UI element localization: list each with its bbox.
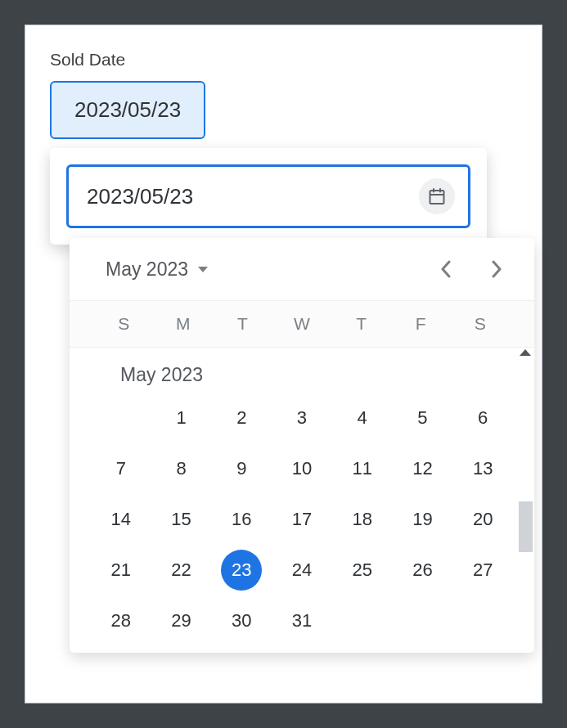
chevron-right-icon — [491, 260, 502, 278]
date-input[interactable]: 2023/05/23 — [66, 164, 470, 228]
weekday-label: W — [272, 314, 332, 334]
day-cell[interactable]: 26 — [393, 546, 453, 594]
day-cell[interactable]: 13 — [452, 445, 513, 492]
day-cell[interactable]: 10 — [272, 445, 332, 492]
chevron-down-icon — [198, 267, 208, 272]
month-year-selector[interactable]: May 2023 — [106, 258, 208, 281]
day-selected: 23 — [221, 550, 262, 591]
scrollbar[interactable] — [518, 348, 533, 653]
day-cell[interactable]: 5 — [393, 394, 453, 442]
calendar-popup: May 2023 SMTWTFS May 2023 1234567891 — [70, 238, 534, 653]
weekday-label: T — [331, 314, 391, 334]
weekday-label: M — [154, 314, 214, 334]
scroll-thumb[interactable] — [519, 501, 533, 552]
day-cell[interactable]: 11 — [332, 445, 393, 492]
date-input-value: 2023/05/23 — [87, 184, 193, 209]
day-cell[interactable]: 8 — [151, 445, 212, 492]
calendar-body: May 2023 1234567891011121314151617181920… — [70, 348, 534, 653]
day-cell[interactable]: 27 — [452, 546, 513, 594]
weekday-label: T — [213, 314, 272, 334]
day-cell-empty — [393, 597, 453, 645]
day-cell[interactable]: 30 — [211, 597, 272, 645]
month-year-label: May 2023 — [106, 258, 188, 281]
day-cell[interactable]: 31 — [272, 597, 332, 645]
day-cell[interactable]: 22 — [151, 546, 212, 594]
day-cell[interactable]: 23 — [211, 546, 272, 594]
day-grid: 1234567891011121314151617181920212223242… — [91, 394, 513, 645]
date-chip[interactable]: 2023/05/23 — [50, 81, 205, 139]
day-cell[interactable]: 7 — [91, 445, 151, 492]
day-cell-empty — [91, 394, 151, 442]
calendar-header: May 2023 — [70, 238, 534, 300]
scroll-up-arrow-icon[interactable] — [520, 349, 531, 356]
calendar-icon — [427, 186, 447, 206]
weekday-label: S — [450, 314, 510, 334]
weekday-label: S — [94, 314, 154, 334]
day-cell[interactable]: 4 — [332, 394, 393, 442]
day-cell[interactable]: 1 — [151, 394, 212, 442]
day-cell[interactable]: 20 — [452, 496, 513, 543]
day-cell[interactable]: 15 — [151, 496, 212, 543]
day-cell[interactable]: 28 — [91, 597, 151, 645]
day-cell[interactable]: 6 — [452, 394, 513, 442]
weekday-label: F — [391, 314, 451, 334]
next-month-button[interactable] — [484, 256, 510, 282]
weekday-header: SMTWTFS — [70, 300, 534, 348]
day-cell[interactable]: 25 — [332, 546, 393, 594]
day-cell[interactable]: 14 — [91, 496, 151, 543]
day-cell[interactable]: 3 — [272, 394, 332, 442]
day-cell[interactable]: 18 — [332, 496, 393, 543]
calendar-nav — [433, 256, 510, 282]
month-section-label: May 2023 — [91, 348, 513, 394]
day-cell[interactable]: 2 — [211, 394, 272, 442]
day-cell-empty — [452, 597, 513, 645]
day-cell-empty — [332, 597, 393, 645]
prev-month-button[interactable] — [433, 256, 459, 282]
day-cell[interactable]: 24 — [272, 546, 332, 594]
chevron-left-icon — [440, 260, 452, 278]
day-cell[interactable]: 16 — [211, 496, 272, 543]
date-input-popup: 2023/05/23 — [50, 148, 487, 245]
calendar-icon-button[interactable] — [419, 178, 455, 214]
day-cell[interactable]: 9 — [211, 445, 272, 492]
day-cell[interactable]: 12 — [393, 445, 453, 492]
day-cell[interactable]: 29 — [151, 597, 212, 645]
day-cell[interactable]: 21 — [91, 546, 151, 594]
day-cell[interactable]: 19 — [393, 496, 453, 543]
day-cell[interactable]: 17 — [272, 496, 332, 543]
field-label: Sold Date — [50, 50, 517, 70]
card-container: Sold Date 2023/05/23 2023/05/23 May 2023 — [25, 25, 542, 703]
